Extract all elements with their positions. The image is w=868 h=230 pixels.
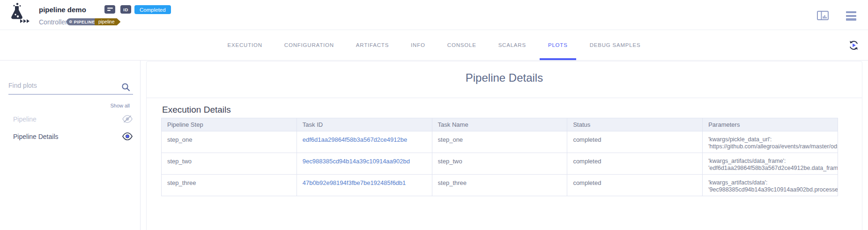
plot-list-item-pipeline-details[interactable]: Pipeline Details — [0, 128, 140, 145]
status-cell: completed — [573, 158, 702, 165]
col-task-name: Task Name — [432, 118, 567, 131]
tab-bar: EXECUTION CONFIGURATION ARTIFACTS INFO C… — [0, 30, 868, 61]
execution-details-heading: Execution Details — [162, 105, 862, 115]
eye-slash-icon[interactable] — [122, 115, 133, 123]
plot-card-header: Pipeline Details — [147, 61, 862, 98]
task-id-link[interactable]: edf6d1aa29864f58b3a567d2ce4912be — [303, 136, 407, 143]
plot-list: Pipeline Pipeline Details — [0, 110, 140, 145]
status-cell: completed — [573, 136, 702, 143]
show-all-link[interactable]: Show all — [110, 103, 130, 108]
pipeline-run-icon — [6, 2, 30, 26]
table-row: step_one edf6d1aa29864f58b3a567d2ce4912b… — [162, 131, 838, 153]
pipeline-details-card: Pipeline Details Execution Details Pipel… — [146, 61, 862, 230]
tab-group: EXECUTION CONFIGURATION ARTIFACTS INFO C… — [219, 30, 649, 60]
param-value: '9ec988385cd94b14a39c10914aa902bd.proces… — [708, 186, 838, 193]
tab-execution[interactable]: EXECUTION — [219, 30, 271, 60]
col-task-id: Task ID — [297, 118, 432, 131]
pipeline-step-cell: step_one — [167, 136, 297, 143]
execution-details-table: Pipeline Step Task ID Task Name Status P… — [161, 118, 838, 196]
param-key: 'kwargs_artifacts/data': — [708, 179, 838, 186]
tab-artifacts[interactable]: ARTIFACTS — [348, 30, 397, 60]
task-id-link[interactable]: 47b0b92e98194f3fbe7be192485f6db1 — [303, 179, 406, 186]
plot-item-label: Pipeline Details — [13, 133, 59, 140]
col-parameters: Parameters — [703, 118, 838, 131]
param-value: 'edf6d1aa29864f58b3a567d2ce4912be.data_f… — [708, 165, 838, 172]
experiment-header: pipeline demo ID Completed Controller ⚙ … — [0, 0, 868, 30]
tab-debug-samples[interactable]: DEBUG SAMPLES — [581, 30, 649, 60]
plot-item-label: Pipeline — [13, 115, 37, 123]
pipeline-step-cell: step_three — [167, 179, 297, 186]
list-lines-icon — [107, 7, 113, 12]
refresh-button[interactable] — [848, 40, 859, 51]
task-id-link[interactable]: 9ec988385cd94b14a39c10914aa902bd — [303, 158, 410, 165]
experiment-title: pipeline demo — [39, 6, 86, 14]
tab-scalars[interactable]: SCALARS — [490, 30, 534, 60]
plot-title: Pipeline Details — [147, 71, 862, 84]
tab-console[interactable]: CONSOLE — [439, 30, 485, 60]
type-badge-label: PIPELINE — [74, 20, 95, 24]
search-icon — [121, 83, 130, 93]
table-row: step_two 9ec988385cd94b14a39c10914aa902b… — [162, 153, 838, 175]
task-name-cell: step_three — [438, 179, 567, 186]
param-key: 'kwargs_artifacts/data_frame': — [708, 158, 838, 165]
refresh-icon — [848, 40, 859, 51]
search-input[interactable] — [8, 80, 133, 95]
details-panel-toggle-icon[interactable] — [817, 11, 829, 22]
plot-list-item-pipeline[interactable]: Pipeline — [0, 110, 140, 128]
controller-label: Controller — [39, 18, 67, 26]
table-header-row: Pipeline Step Task ID Task Name Status P… — [162, 118, 838, 131]
menu-icon[interactable] — [846, 11, 856, 21]
param-key: 'kwargs/pickle_data_url': — [708, 136, 838, 143]
col-pipeline-step: Pipeline Step — [162, 118, 297, 131]
tab-configuration[interactable]: CONFIGURATION — [276, 30, 342, 60]
plot-card-body: Execution Details Pipeline Step Task ID … — [147, 98, 862, 196]
param-value: 'https://github.com/allegroai/events/raw… — [708, 143, 838, 150]
status-badge: Completed — [134, 5, 171, 14]
task-name-cell: step_two — [438, 158, 567, 165]
pipeline-step-cell: step_two — [167, 158, 297, 165]
task-name-cell: step_one — [438, 136, 567, 143]
table-row: step_three 47b0b92e98194f3fbe7be192485f6… — [162, 175, 838, 196]
plots-sidebar: Show all Pipeline Pipeline Details — [0, 61, 141, 230]
status-cell: completed — [573, 179, 702, 186]
gear-icon: ⚙ — [69, 20, 73, 24]
col-status: Status — [567, 118, 703, 131]
tab-plots[interactable]: PLOTS — [540, 30, 576, 60]
pipeline-type-badge: ⚙ PIPELINE — [67, 18, 99, 25]
description-icon[interactable] — [104, 5, 115, 14]
id-icon[interactable]: ID — [120, 5, 131, 14]
plots-content: Pipeline Details Execution Details Pipel… — [141, 61, 868, 230]
tab-info[interactable]: INFO — [402, 30, 434, 60]
eye-icon[interactable] — [122, 132, 133, 140]
plot-search — [8, 80, 133, 95]
pipeline-tag[interactable]: pipeline — [95, 18, 120, 25]
